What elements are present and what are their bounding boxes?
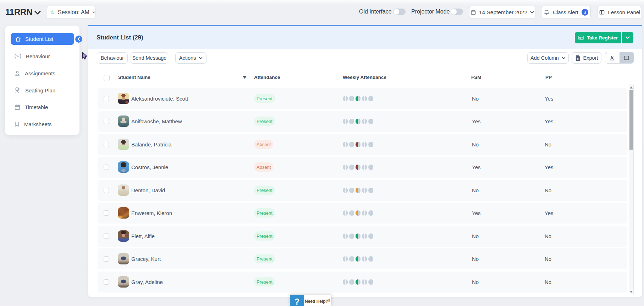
svg-text:x: x bbox=[577, 57, 579, 60]
